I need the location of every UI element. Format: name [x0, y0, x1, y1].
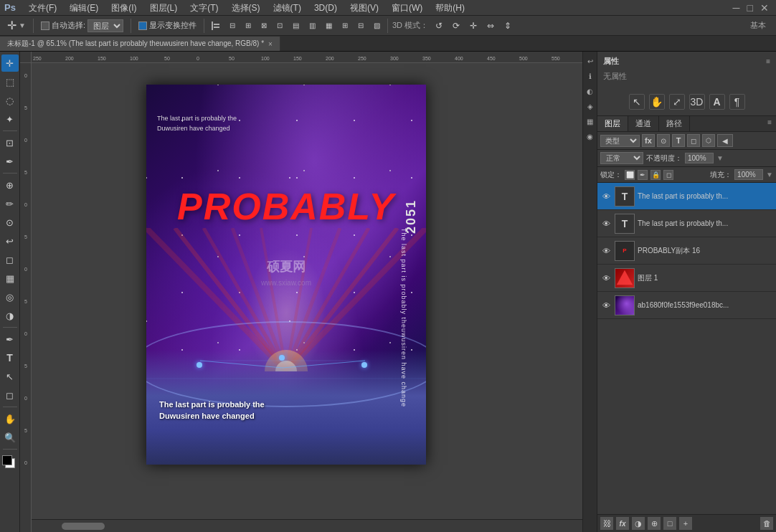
- menu-file[interactable]: 文件(F): [23, 0, 62, 16]
- type-tool[interactable]: T: [1, 349, 19, 366]
- prop-para-tool[interactable]: ¶: [729, 94, 745, 110]
- layer-new-btn[interactable]: +: [679, 517, 692, 530]
- layer-item-3[interactable]: 👁 P PROBABLY副本 16: [597, 237, 776, 265]
- distribute-center-btn[interactable]: ⊡: [274, 17, 285, 34]
- layer-filter-type[interactable]: 类型: [600, 135, 640, 147]
- properties-menu-btn[interactable]: ≡: [766, 57, 770, 65]
- stamp-tool[interactable]: ⊙: [1, 214, 19, 231]
- layer-link-btn[interactable]: ⛓: [600, 517, 613, 530]
- distribute-btm-btn[interactable]: ▤: [290, 17, 302, 34]
- prop-text-tool[interactable]: A: [709, 94, 725, 110]
- opacity-arrow[interactable]: ▼: [716, 154, 724, 162]
- distribute-h-btn[interactable]: ⊞: [339, 17, 351, 34]
- menu-view[interactable]: 视图(V): [344, 0, 384, 16]
- tab-close-btn[interactable]: ×: [268, 40, 273, 48]
- transform-controls-checkbox[interactable]: 显示变换控件: [136, 17, 199, 34]
- horizontal-scrollbar[interactable]: [32, 519, 597, 532]
- layers-panel-menu[interactable]: ≡: [763, 116, 776, 131]
- 3d-roll-btn[interactable]: ⟳: [450, 17, 463, 34]
- dodge-tool[interactable]: ◑: [1, 307, 19, 324]
- tab-channels[interactable]: 通道: [628, 116, 659, 131]
- adj-panel-btn[interactable]: ◐: [584, 85, 597, 98]
- menu-select[interactable]: 选择(S): [226, 0, 266, 16]
- layer-5-visibility[interactable]: 👁: [600, 300, 612, 311]
- lasso-tool[interactable]: ◌: [1, 92, 19, 109]
- align-right-btn[interactable]: ⊞: [242, 17, 254, 34]
- menu-help[interactable]: 帮助(H): [430, 0, 470, 16]
- layer-item-5[interactable]: 👁 ab1680f0fe1553f9ee018bc...: [597, 292, 776, 319]
- zoom-tool[interactable]: 🔍: [1, 429, 19, 446]
- 3d-slide-btn[interactable]: ⇔: [484, 17, 497, 34]
- align-left-btn[interactable]: [209, 17, 222, 34]
- shape-tool[interactable]: ◻: [1, 386, 19, 404]
- maximize-btn[interactable]: □: [744, 2, 756, 14]
- lock-all-btn[interactable]: 🔒: [650, 170, 661, 180]
- layer-item-2[interactable]: 👁 T The last part is probably th...: [597, 210, 776, 237]
- 3d-scale-btn[interactable]: ⇕: [501, 17, 514, 34]
- distribute-v-btn[interactable]: ⊟: [355, 17, 366, 34]
- fill-arrow[interactable]: ▼: [766, 171, 773, 179]
- layer-adj-btn[interactable]: ⊕: [648, 517, 661, 530]
- 3d-pan-btn[interactable]: ✛: [467, 17, 480, 34]
- path-select-tool[interactable]: ↖: [1, 368, 19, 385]
- layer-2-visibility[interactable]: 👁: [600, 218, 612, 229]
- filter-adjust-btn[interactable]: ⊙: [657, 134, 670, 147]
- layer-item-1[interactable]: 👁 T The last part is probably th...: [597, 183, 776, 210]
- transform-check[interactable]: [138, 22, 147, 30]
- 3d-rotate-btn[interactable]: ↺: [432, 17, 445, 34]
- filter-toggle-btn[interactable]: ◀: [717, 134, 733, 147]
- minimize-btn[interactable]: ─: [730, 2, 743, 14]
- auto-select-check[interactable]: [41, 22, 49, 30]
- align-center-btn[interactable]: ⊟: [227, 17, 238, 34]
- layer-4-visibility[interactable]: 👁: [600, 272, 612, 284]
- swatch-panel-btn[interactable]: ▦: [584, 115, 597, 128]
- brush-tool[interactable]: ✏: [1, 195, 19, 212]
- filter-vector-btn[interactable]: ◻: [687, 134, 700, 147]
- tab-layers[interactable]: 图层: [597, 116, 628, 131]
- distribute-left-btn[interactable]: ▥: [306, 17, 318, 34]
- pen-tool[interactable]: ✒: [1, 331, 19, 348]
- filter-smart-btn[interactable]: ⬡: [702, 134, 715, 147]
- menu-3d[interactable]: 3D(D): [308, 0, 343, 16]
- spot-heal-tool[interactable]: ⊕: [1, 176, 19, 194]
- lock-pos-btn[interactable]: ✒: [638, 170, 648, 180]
- layer-mask-btn[interactable]: ◑: [632, 517, 645, 530]
- hand-tool[interactable]: ✋: [1, 410, 19, 427]
- eraser-tool[interactable]: ◻: [1, 251, 19, 268]
- filter-fx-btn[interactable]: fx: [642, 134, 655, 147]
- lock-extra-btn[interactable]: ◻: [663, 170, 673, 180]
- prop-3d-tool[interactable]: 3D: [689, 94, 705, 110]
- layer-item-4[interactable]: 👁 图层 1: [597, 265, 776, 292]
- lock-pixels-btn[interactable]: ⬜: [625, 170, 635, 180]
- menu-image[interactable]: 图像(I): [105, 0, 142, 16]
- prop-expand-tool[interactable]: ⤢: [669, 94, 685, 110]
- move-tool-options[interactable]: ✛ ▼: [4, 17, 29, 34]
- document-tab[interactable]: 未标题-1 @ 65.1% (The last part is probably…: [0, 37, 280, 51]
- distribute-top-btn[interactable]: ⊠: [258, 17, 270, 34]
- info-panel-btn[interactable]: ℹ: [584, 70, 597, 82]
- wand-tool[interactable]: ✦: [1, 110, 19, 128]
- auto-select-checkbox[interactable]: 自动选择: 图层: [38, 17, 126, 34]
- color-swatches[interactable]: [2, 455, 18, 471]
- distribute-extra-btn[interactable]: ▧: [371, 17, 383, 34]
- canvas-viewport[interactable]: PROBABLY 2051 The last part is probably …: [32, 63, 597, 519]
- menu-window[interactable]: 窗口(W): [386, 0, 428, 16]
- opacity-input[interactable]: [685, 153, 714, 163]
- fill-input[interactable]: [734, 169, 763, 180]
- h-scrollbar-thumb[interactable]: [62, 523, 105, 530]
- color-panel-btn[interactable]: ◉: [584, 130, 597, 143]
- style-panel-btn[interactable]: ◈: [584, 100, 597, 113]
- auto-select-dropdown[interactable]: 图层: [87, 19, 123, 32]
- prop-cursor-tool[interactable]: ↖: [629, 94, 645, 110]
- menu-edit[interactable]: 编辑(E): [64, 0, 104, 16]
- history-panel-btn[interactable]: ↩: [584, 54, 597, 67]
- move-tool[interactable]: ✛: [1, 54, 19, 72]
- layer-fx-btn[interactable]: fx: [616, 517, 629, 530]
- menu-layer[interactable]: 图层(L): [144, 0, 184, 16]
- tab-paths[interactable]: 路径: [659, 116, 690, 131]
- menu-type[interactable]: 文字(T): [184, 0, 224, 16]
- close-btn[interactable]: ✕: [757, 2, 772, 14]
- crop-tool[interactable]: ⊡: [1, 134, 19, 151]
- blur-tool[interactable]: ◎: [1, 288, 19, 305]
- layer-group-btn[interactable]: □: [663, 517, 676, 530]
